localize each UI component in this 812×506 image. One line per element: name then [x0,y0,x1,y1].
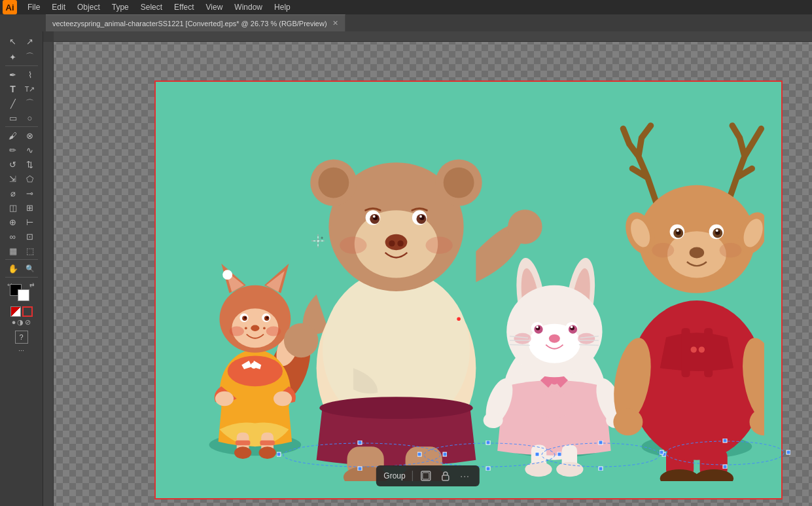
svg-rect-103 [704,328,713,377]
svg-point-128 [716,229,718,232]
svg-point-70 [550,376,559,384]
svg-rect-159 [442,475,449,480]
svg-rect-13 [260,441,275,446]
menu-object[interactable]: Object [72,1,105,13]
direct-selection-tool[interactable]: ↗ [22,34,38,48]
svg-rect-150 [786,450,790,454]
ruler-horizontal [54,31,812,42]
pencil-tool[interactable]: ✏ [5,143,21,157]
svg-rect-149 [723,439,727,443]
svg-point-127 [677,229,679,232]
graph-tool[interactable]: ▦ [5,244,21,258]
paintbrush-tool[interactable]: 🖌 [5,128,21,143]
svg-point-59 [389,240,395,246]
svg-point-7 [274,391,292,407]
svg-point-11 [259,446,276,459]
shear-tool[interactable]: ⬠ [22,172,38,186]
svg-point-108 [613,408,643,435]
lock-button[interactable] [439,469,452,482]
zoom-tool[interactable]: 🔍 [22,261,38,276]
rect-tool[interactable]: ▭ [5,111,21,125]
rotate-tool[interactable]: ↺ [5,157,21,172]
svg-point-29 [230,326,245,336]
ellipse-tool[interactable]: ○ [22,111,38,125]
tab-close-button[interactable]: ✕ [332,19,338,27]
svg-point-93 [578,333,595,344]
menu-effect[interactable]: Effect [169,1,199,13]
svg-line-97 [579,345,599,346]
svg-point-75 [537,391,572,418]
selection-tool[interactable]: ↖ [5,34,21,48]
stroke-only-swatch[interactable] [22,306,33,317]
left-toolbar: ↖ ↗ ✦ ⌒ ✒ ⌇ T T↗ ╱ ⌒ ▭ ○ 🖌 ⊗ ✏ [0,31,43,506]
width-tool[interactable]: ⊸ [22,186,38,200]
svg-point-10 [234,446,251,459]
svg-rect-133 [277,452,281,456]
tab-filename: vecteezyspring_animal-characterSS1221 [C… [52,20,327,27]
svg-point-47 [318,168,349,198]
gradient-swatch[interactable] [10,306,21,317]
fox-character [209,264,319,459]
stroke-color[interactable] [18,289,29,301]
document-tab[interactable]: vecteezyspring_animal-characterSS1221 [C… [46,14,345,31]
blend-tool[interactable]: ∞ [5,229,21,244]
tab-bar: vecteezyspring_animal-characterSS1221 [C… [0,14,812,31]
menu-bar: Ai File Edit Object Type Select Effect V… [0,0,812,14]
svg-point-62 [426,237,453,254]
svg-rect-138 [417,452,421,456]
color-mode-icon[interactable]: ● [12,318,16,327]
menu-help[interactable]: Help [269,1,296,13]
menu-edit[interactable]: Edit [46,1,71,13]
eyedropper-tool[interactable]: ⊕ [5,215,21,229]
menu-view[interactable]: View [201,1,228,13]
reflect-tool[interactable]: ⇅ [22,157,38,172]
menu-window[interactable]: Window [229,1,268,13]
enter-group-button[interactable] [419,469,432,482]
svg-rect-148 [660,450,663,454]
svg-point-28 [251,325,259,331]
menu-select[interactable]: Select [135,1,168,13]
svg-rect-12 [236,441,251,446]
mesh-tool[interactable]: ⊞ [22,200,38,215]
menu-file[interactable]: File [22,1,45,13]
color-swatches: ↩ ⇄ [7,281,36,305]
none-mode-icon[interactable]: ⊘ [25,318,31,327]
svg-point-48 [444,168,474,198]
magic-wand-tool[interactable]: ✦ [5,50,21,64]
more-options-button[interactable]: ··· [459,469,472,482]
svg-point-60 [397,240,403,246]
artboard-tool[interactable]: ⬚ [22,244,38,258]
lasso-tool[interactable]: ⌒ [22,50,38,64]
svg-point-34 [508,209,542,244]
svg-point-6 [215,391,234,407]
svg-point-27 [266,316,269,319]
gradient-mode-icon[interactable]: ◑ [17,318,24,327]
more-tools[interactable]: ··· [18,346,24,354]
selection-bunny-shadow [535,441,666,471]
scale-tool[interactable]: ⇲ [5,172,21,186]
hand-tool[interactable]: ✋ [5,261,21,276]
group-label: Group [383,471,405,480]
canvas-area[interactable]: + Group ··· [43,31,812,506]
warp-tool[interactable]: ⌀ [5,186,21,200]
app-logo: Ai [3,0,17,14]
help-button[interactable]: ? [15,331,28,344]
eraser-tool[interactable]: ⊡ [22,229,38,244]
deer-character [608,126,764,481]
line-tool[interactable]: ╱ [5,96,21,111]
svg-point-20 [222,270,232,280]
touch-type-tool[interactable]: T↗ [22,82,38,96]
blob-brush-tool[interactable]: ⊗ [22,128,38,143]
svg-point-129 [690,247,705,259]
type-tool[interactable]: T [5,82,21,96]
gradient-tool[interactable]: ◫ [5,200,21,215]
curvature-tool[interactable]: ⌇ [22,67,38,82]
svg-point-4 [228,355,283,386]
pen-tool[interactable]: ✒ [5,67,21,82]
arc-tool[interactable]: ⌒ [22,96,38,111]
menu-type[interactable]: Type [107,1,134,13]
svg-rect-102 [681,328,690,377]
smooth-tool[interactable]: ∿ [22,143,38,157]
measure-tool[interactable]: ⊢ [22,215,38,229]
swap-colors[interactable]: ⇄ [29,281,35,288]
